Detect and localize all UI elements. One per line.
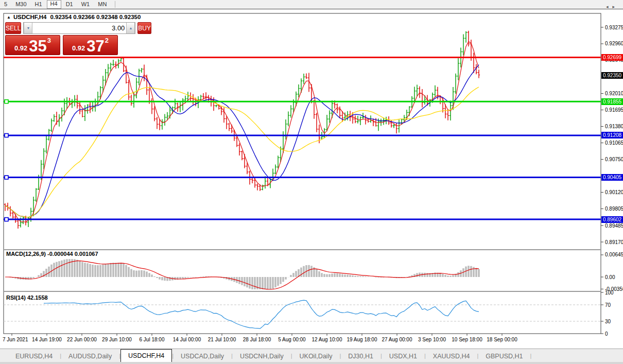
- ma-line: [5, 65, 479, 217]
- volume-decrease-button[interactable]: ▼: [24, 23, 32, 33]
- toolbar-separator: [115, 1, 115, 8]
- sell-price-big-digits: 35: [29, 40, 46, 53]
- svg-text:18 Sep 00:00: 18 Sep 00:00: [487, 337, 517, 342]
- chart-tab-usdchf[interactable]: USDCHF,H4: [120, 349, 172, 362]
- svg-text:70: 70: [605, 302, 611, 308]
- svg-text:0.91380: 0.91380: [605, 124, 623, 129]
- symbol-tab-bar: EURUSD,H4|AUDUSD,Daily|USDCHF,H4|USDCAD,…: [0, 349, 623, 362]
- svg-text:0.92960: 0.92960: [605, 41, 623, 46]
- sell-price-pip-digit: 3: [47, 37, 51, 44]
- tab-divider: |: [530, 353, 532, 359]
- chart-tab-dj30[interactable]: DJ30,H1: [341, 351, 380, 362]
- hline-price-badge: 0.91855: [601, 98, 623, 105]
- svg-text:0.91695: 0.91695: [605, 107, 623, 113]
- chart-tab-usdcnh[interactable]: USDCNH,Daily: [233, 351, 291, 362]
- sell-price-display[interactable]: 0.92353: [5, 35, 60, 55]
- timeframe-button-m30[interactable]: M30: [12, 1, 30, 8]
- svg-text:0.89485: 0.89485: [605, 223, 623, 229]
- svg-text:0.93275: 0.93275: [605, 25, 623, 30]
- tab-scroll-left-icon[interactable]: ◂: [606, 4, 613, 9]
- one-click-trading-panel: SELL ▼ ▲ BUY 0.92353 0.92372: [5, 22, 118, 55]
- volume-stepper: ▼ ▲: [23, 22, 135, 34]
- svg-text:5 Aug 00:00: 5 Aug 00:00: [278, 337, 306, 342]
- timeframe-button-w1[interactable]: W1: [78, 1, 94, 8]
- svg-text:0.89170: 0.89170: [605, 239, 623, 245]
- svg-text:12 Aug 10:00: 12 Aug 10:00: [312, 337, 342, 342]
- timeframe-toolbar: 5M30H1H4D1W1MN: [0, 0, 623, 9]
- volume-input[interactable]: [32, 23, 126, 33]
- svg-text:19 Aug 18:00: 19 Aug 18:00: [347, 337, 377, 342]
- buy-price-base: 0.92: [72, 44, 85, 52]
- svg-text:14 Jul 00:00: 14 Jul 00:00: [173, 337, 201, 342]
- svg-text:0.89805: 0.89805: [605, 206, 623, 212]
- volume-increase-button[interactable]: ▲: [126, 23, 135, 33]
- svg-text:28 Jul 18:00: 28 Jul 18:00: [243, 337, 271, 342]
- window-bottom-strip: [0, 362, 623, 364]
- current-price-badge: 0.92350: [601, 72, 623, 79]
- hline-price-badge: 0.89602: [601, 216, 623, 223]
- svg-text:21 Jul 10:00: 21 Jul 10:00: [208, 337, 236, 342]
- chart-tab-audusd[interactable]: AUDUSD,Daily: [61, 351, 119, 362]
- chart-symbol-label: USDCHF,H4: [13, 14, 47, 20]
- timeframe-button-5[interactable]: 5: [1, 1, 11, 8]
- buy-price-display[interactable]: 0.92372: [63, 35, 118, 55]
- svg-text:3 Sep 10:00: 3 Sep 10:00: [418, 337, 446, 342]
- hline-price-badge: 0.92699: [601, 54, 623, 61]
- buy-price-big-digits: 37: [86, 40, 104, 53]
- sell-price-base: 0.92: [14, 44, 27, 52]
- timeframe-button-mn[interactable]: MN: [94, 1, 110, 8]
- buy-price-pip-digit: 2: [105, 37, 109, 44]
- sell-button[interactable]: SELL: [5, 22, 21, 34]
- svg-text:0: 0: [605, 331, 608, 337]
- chart-tab-xauusd[interactable]: XAUUSD,H4: [426, 351, 477, 362]
- svg-text:0.00: 0.00: [605, 274, 615, 280]
- timeframe-button-d1[interactable]: D1: [62, 1, 77, 8]
- svg-text:100: 100: [605, 290, 614, 296]
- rsi-line: [44, 300, 479, 328]
- chart-header: ▲USDCHF,H40.92354 0.92366 0.92348 0.9235…: [7, 14, 141, 20]
- timeframe-button-h1[interactable]: H1: [31, 1, 46, 8]
- svg-text:6 Jul 18:00: 6 Jul 18:00: [140, 337, 165, 342]
- svg-text:10 Sep 18:00: 10 Sep 18:00: [452, 337, 482, 342]
- svg-text:14 Jun 19:00: 14 Jun 19:00: [32, 337, 62, 342]
- tab-scroll-right-icon[interactable]: ▸: [612, 4, 619, 9]
- svg-text:22 Jun 00:00: 22 Jun 00:00: [67, 337, 97, 342]
- svg-text:30: 30: [605, 319, 611, 324]
- ma-line: [5, 42, 479, 222]
- hline-price-badge: 0.91208: [601, 132, 623, 138]
- svg-text:29 Jun 10:00: 29 Jun 10:00: [102, 337, 132, 342]
- collapse-triangle-icon[interactable]: ▲: [7, 15, 11, 20]
- chart-ohlc-quotes: 0.92354 0.92366 0.92348 0.92350: [50, 14, 141, 20]
- svg-text:0.90750: 0.90750: [605, 157, 623, 162]
- chart-tab-gbpusd[interactable]: GBPUSD,H1: [478, 351, 530, 362]
- svg-text:0.90120: 0.90120: [605, 189, 623, 195]
- chart-tab-usdcad[interactable]: USDCAD,Daily: [174, 351, 231, 362]
- hline-price-badge: 0.90405: [601, 174, 623, 181]
- buy-button[interactable]: BUY: [137, 22, 151, 34]
- tab-scroll-arrows: ◂▸: [606, 4, 619, 9]
- chart-tab-ukoil[interactable]: UKOil,Daily: [292, 351, 340, 362]
- svg-text:0.92010: 0.92010: [605, 91, 623, 96]
- timeframe-button-h4[interactable]: H4: [47, 0, 61, 9]
- rsi-indicator-label: RSI(14) 42.1558: [6, 294, 48, 301]
- svg-text:7 Jun 2021: 7 Jun 2021: [3, 337, 28, 342]
- svg-text:27 Aug 00:00: 27 Aug 00:00: [382, 337, 412, 342]
- chart-tab-usdx[interactable]: USDX,H1: [382, 351, 424, 362]
- macd-indicator-label: MACD(12,26,9) -0.000044 0.001067: [6, 251, 98, 257]
- svg-text:0.006451: 0.006451: [605, 252, 623, 257]
- svg-text:0.91065: 0.91065: [605, 140, 623, 146]
- chart-tab-eurusd[interactable]: EURUSD,H4: [8, 351, 60, 362]
